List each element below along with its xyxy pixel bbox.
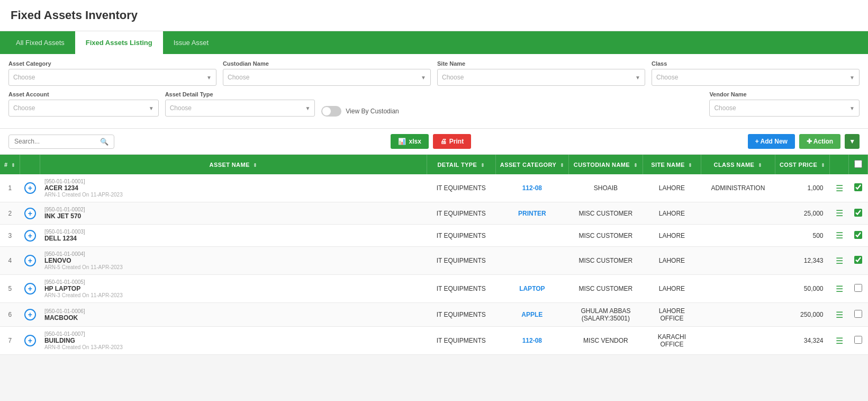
action-button[interactable]: ✚ Action xyxy=(799,134,840,149)
custodian-cell: MISC CUSTOMER xyxy=(568,202,643,225)
col-header-10 xyxy=(849,155,868,174)
row-menu-icon[interactable]: ☰ xyxy=(836,310,843,319)
row-checkbox[interactable] xyxy=(854,310,862,318)
sort-icon-6: ⇕ xyxy=(688,163,692,168)
asset-category-link[interactable]: 112-08 xyxy=(522,337,542,344)
expand-button[interactable]: + xyxy=(24,208,36,219)
col-header-0[interactable]: # ⇕ xyxy=(0,155,20,174)
filter-label-class: Class xyxy=(652,60,860,67)
menu-cell: ☰ xyxy=(830,202,849,225)
search-box[interactable]: 🔍 xyxy=(8,135,114,149)
table-row: 4+ [950-01-01-0004] LENOVO ARN-5 Created… xyxy=(0,247,868,275)
table-row: 7+ [950-01-01-0007] BUILDING ARN-8 Creat… xyxy=(0,327,868,355)
filter-select-custodian_name[interactable]: Choose ▼ xyxy=(223,69,431,86)
menu-cell: ☰ xyxy=(830,247,849,275)
asset-name[interactable]: INK JET 570 xyxy=(44,212,422,220)
asset-name[interactable]: MACBOOK xyxy=(44,314,422,322)
col-header-8[interactable]: COST PRICE ⇕ xyxy=(775,155,829,174)
chevron-down-icon: ▼ xyxy=(149,105,154,111)
filter-select-asset_category[interactable]: Choose ▼ xyxy=(8,69,216,86)
search-input[interactable] xyxy=(14,138,100,145)
asset-name[interactable]: ACER 1234 xyxy=(44,184,422,192)
row-menu-icon[interactable]: ☰ xyxy=(836,209,843,218)
row-number: 6 xyxy=(0,303,20,327)
col-header-2[interactable]: ASSET NAME ⇕ xyxy=(40,155,427,174)
select-all-checkbox[interactable] xyxy=(854,160,862,168)
row-checkbox[interactable] xyxy=(854,284,862,292)
cost-price-cell: 250,000 xyxy=(775,303,829,327)
asset-name-cell: [950-01-01-0003] DELL 1234 xyxy=(40,225,427,247)
row-checkbox[interactable] xyxy=(854,209,862,217)
col-header-5[interactable]: CUSTODIAN NAME ⇕ xyxy=(568,155,643,174)
asset-code: [950-01-01-0004] xyxy=(44,251,422,257)
row-menu-icon[interactable]: ☰ xyxy=(836,284,843,293)
col-header-7[interactable]: CLASS NAME ⇕ xyxy=(701,155,775,174)
expand-button[interactable]: + xyxy=(24,230,36,242)
asset-category-link[interactable]: APPLE xyxy=(521,311,542,318)
asset-code: [950-01-01-0003] xyxy=(44,229,422,235)
row-checkbox[interactable] xyxy=(854,256,862,264)
row-menu-icon[interactable]: ☰ xyxy=(836,336,843,345)
filter-select-class[interactable]: Choose ▼ xyxy=(652,69,860,86)
view-by-custodian-label: View By Custodian xyxy=(346,108,399,115)
menu-cell: ☰ xyxy=(830,225,849,247)
col-header-6[interactable]: SITE NAME ⇕ xyxy=(643,155,701,174)
filter-group-asset_category: Asset Category Choose ▼ xyxy=(8,60,216,86)
col-header-3[interactable]: DETAIL TYPE ⇕ xyxy=(427,155,495,174)
row-number: 3 xyxy=(0,225,20,247)
detail-type-cell: IT EQUIPMENTS xyxy=(427,327,495,355)
expand-button[interactable]: + xyxy=(24,283,36,295)
row-menu-icon[interactable]: ☰ xyxy=(836,184,843,193)
xlsx-button[interactable]: 📊 xlsx xyxy=(391,134,428,149)
checkbox-cell xyxy=(849,247,868,275)
row-checkbox[interactable] xyxy=(854,336,862,344)
filter-select-asset_detail_type[interactable]: Choose ▼ xyxy=(165,100,315,117)
row-checkbox[interactable] xyxy=(854,183,862,191)
filter-group-vendor_name: Vendor Name Choose ▼ xyxy=(709,91,860,117)
expand-cell: + xyxy=(20,275,40,303)
page-title: Fixed Assets Inventory xyxy=(0,0,868,31)
filter-label-site_name: Site Name xyxy=(437,60,645,67)
chevron-down-icon: ▼ xyxy=(305,105,310,111)
checkbox-cell xyxy=(849,303,868,327)
print-button[interactable]: 🖨 Print xyxy=(433,134,471,149)
expand-button[interactable]: + xyxy=(24,309,36,320)
tab-listing[interactable]: Fixed Assets Listing xyxy=(75,31,163,54)
filter-select-vendor_name[interactable]: Choose ▼ xyxy=(709,100,860,117)
view-by-custodian-toggle[interactable] xyxy=(321,106,341,117)
asset-name[interactable]: HP LAPTOP xyxy=(44,285,422,292)
table-row: 2+ [950-01-01-0002] INK JET 570 IT EQUIP… xyxy=(0,202,868,225)
detail-type-cell: IT EQUIPMENTS xyxy=(427,275,495,303)
asset-name[interactable]: DELL 1234 xyxy=(44,235,422,242)
asset-name[interactable]: LENOVO xyxy=(44,257,422,264)
chevron-down-icon: ▼ xyxy=(206,75,212,81)
add-new-button[interactable]: + Add New xyxy=(748,134,795,149)
tab-issue[interactable]: Issue Asset xyxy=(163,31,219,54)
asset-category-link[interactable]: LAPTOP xyxy=(519,285,545,292)
filter-select-site_name[interactable]: Choose ▼ xyxy=(437,69,645,86)
asset-category-link[interactable]: 112-08 xyxy=(522,184,542,192)
row-checkbox[interactable] xyxy=(854,231,862,239)
asset-category-link[interactable]: PRINTER xyxy=(518,210,546,217)
col-header-4[interactable]: ASSET CATEGORY ⇕ xyxy=(495,155,568,174)
detail-type-cell: IT EQUIPMENTS xyxy=(427,225,495,247)
col-header-9 xyxy=(830,155,849,174)
filter-label-asset_detail_type: Asset Detail Type xyxy=(165,91,315,97)
expand-button[interactable]: + xyxy=(24,335,36,346)
print-icon: 🖨 xyxy=(440,138,447,145)
action-dropdown-button[interactable]: ▼ xyxy=(845,134,860,149)
asset-category-cell: LAPTOP xyxy=(495,275,568,303)
row-number: 1 xyxy=(0,174,20,202)
chevron-down-icon: ▼ xyxy=(635,75,640,81)
row-menu-icon[interactable]: ☰ xyxy=(836,256,843,265)
asset-name[interactable]: BUILDING xyxy=(44,337,422,344)
cost-price-cell: 34,324 xyxy=(775,327,829,355)
filter-select-asset_account[interactable]: Choose ▼ xyxy=(8,100,159,117)
tab-all[interactable]: All Fixed Assets xyxy=(5,31,75,54)
row-number: 5 xyxy=(0,275,20,303)
expand-button[interactable]: + xyxy=(24,255,36,266)
row-menu-icon[interactable]: ☰ xyxy=(836,231,843,240)
site-cell: KARACHI OFFICE xyxy=(643,327,701,355)
expand-button[interactable]: + xyxy=(24,182,36,194)
class-cell xyxy=(701,225,775,247)
